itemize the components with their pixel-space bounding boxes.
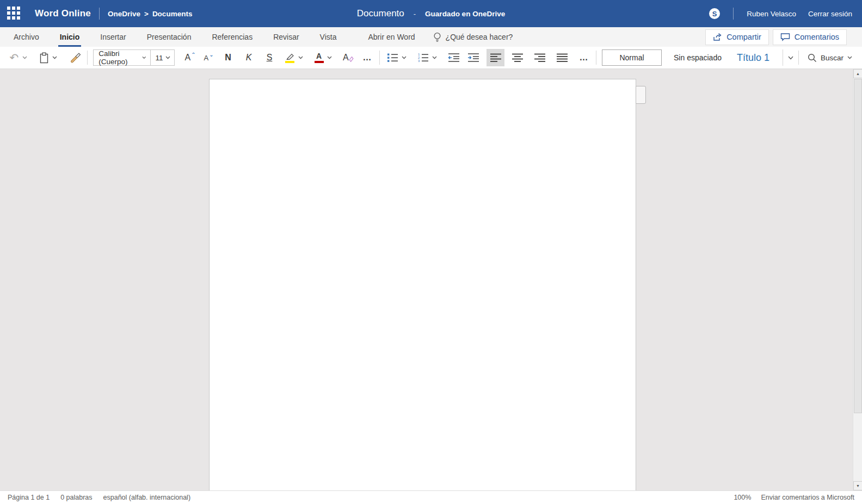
svg-text:3: 3 [418, 59, 420, 63]
highlight-button[interactable] [282, 49, 297, 66]
vertical-scrollbar[interactable]: ▲ ▼ [853, 69, 862, 490]
tab-revisar[interactable]: Revisar [272, 27, 300, 47]
search-icon [808, 53, 817, 63]
italic-icon: K [246, 53, 252, 62]
grow-font-icon: A [184, 53, 190, 62]
share-button[interactable]: Compartir [705, 29, 769, 45]
grow-font-button[interactable]: A ⌃ [183, 49, 196, 66]
document-title[interactable]: Documento [357, 8, 404, 19]
topbar-divider [99, 8, 100, 20]
undo-button[interactable]: ↶ [8, 49, 21, 66]
numbered-list-icon: 123 [417, 53, 429, 63]
styles-dropdown-chevron[interactable] [783, 49, 798, 66]
scrollbar-thumb[interactable] [854, 79, 862, 413]
format-painter-icon [69, 52, 81, 63]
comments-label: Comentarios [795, 33, 839, 41]
tab-vista[interactable]: Vista [318, 27, 338, 47]
scroll-up-button[interactable]: ▲ [853, 69, 862, 78]
align-center-button[interactable] [509, 49, 527, 66]
decrease-indent-button[interactable] [447, 49, 460, 66]
comment-icon [780, 33, 790, 41]
font-name-select[interactable]: Calibri (Cuerpo) [93, 49, 150, 66]
document-title-area: Documento - Guardado en OneDrive [357, 8, 505, 19]
style-no-spacing[interactable]: Sin espaciado [662, 53, 734, 62]
status-bar: Página 1 de 1 0 palabras español (alfab.… [0, 490, 862, 504]
font-size-select[interactable]: 11 [151, 49, 175, 66]
ellipsis-icon: … [580, 53, 589, 63]
page-count-status[interactable]: Página 1 de 1 [8, 494, 50, 501]
more-paragraph-options-button[interactable]: … [577, 49, 590, 66]
toolbar-divider [596, 51, 596, 65]
clipboard-icon [39, 52, 49, 64]
more-font-options-button[interactable]: … [361, 49, 374, 66]
skype-icon[interactable]: S [709, 8, 720, 19]
paste-button[interactable] [38, 49, 51, 66]
formatting-toolbar: ↶ Calibri (Cuerpo) [0, 47, 862, 69]
toolbar-divider [87, 51, 88, 65]
increase-indent-button[interactable] [467, 49, 480, 66]
bullet-list-dropdown-chevron[interactable] [402, 56, 407, 59]
bullet-list-button[interactable] [385, 49, 400, 66]
align-center-icon [512, 53, 524, 63]
comments-button[interactable]: Comentarios [773, 29, 847, 45]
underline-button[interactable]: S [263, 49, 276, 66]
tab-insertar[interactable]: Insertar [98, 27, 127, 47]
clear-formatting-icon: A [343, 53, 349, 62]
numbered-list-dropdown-chevron[interactable] [432, 56, 437, 59]
style-normal[interactable]: Normal [602, 49, 662, 66]
feedback-link[interactable]: Enviar comentarios a Microsoft [761, 494, 854, 501]
tab-presentacion[interactable]: Presentación [145, 27, 193, 47]
find-button[interactable]: Buscar [808, 53, 854, 63]
save-status: Guardado en OneDrive [425, 10, 505, 18]
bold-button[interactable]: N [221, 49, 235, 66]
tab-referencias[interactable]: Referencias [210, 27, 254, 47]
user-name[interactable]: Ruben Velasco [747, 10, 796, 18]
shrink-font-button[interactable]: A ⌄ [202, 49, 215, 66]
app-title: Word Online [35, 8, 91, 19]
justify-icon [556, 53, 568, 63]
ellipsis-icon: … [363, 53, 372, 63]
style-heading-1[interactable]: Título 1 [734, 52, 783, 64]
share-label: Compartir [726, 33, 761, 41]
ribbon-tab-row: Archivo Inicio Insertar Presentación Ref… [0, 27, 862, 47]
tab-archivo[interactable]: Archivo [12, 27, 41, 47]
highlighter-icon [284, 53, 295, 63]
italic-button[interactable]: K [242, 49, 255, 66]
justify-button[interactable] [553, 49, 571, 66]
numbered-list-button[interactable]: 123 [416, 49, 430, 66]
top-app-bar: Word Online OneDrive > Documents Documen… [0, 0, 862, 27]
clear-formatting-button[interactable]: A [341, 49, 354, 66]
page-comment-flap[interactable] [636, 86, 646, 104]
document-canvas-area: ▲ ▼ [0, 69, 862, 490]
font-color-dropdown-chevron[interactable] [327, 56, 332, 59]
breadcrumb-onedrive[interactable]: OneDrive [108, 10, 140, 18]
breadcrumb-documents[interactable]: Documents [152, 10, 193, 18]
open-in-word-button[interactable]: Abrir en Word [366, 27, 416, 47]
document-page[interactable] [209, 79, 636, 490]
zoom-level[interactable]: 100% [734, 494, 751, 501]
align-right-button[interactable] [531, 49, 549, 66]
paste-dropdown-chevron[interactable] [52, 56, 57, 59]
tab-inicio[interactable]: Inicio [58, 27, 82, 47]
tell-me-box[interactable]: ¿Qué desea hacer? [433, 27, 513, 47]
highlight-dropdown-chevron[interactable] [298, 56, 303, 59]
chevron-down-icon [165, 56, 170, 59]
align-left-button[interactable] [487, 49, 504, 66]
sign-out-link[interactable]: Cerrar sesión [808, 10, 852, 18]
word-count-status[interactable]: 0 palabras [60, 494, 92, 501]
find-dropdown-chevron [847, 56, 852, 59]
underline-icon: S [267, 53, 273, 62]
font-color-button[interactable]: A [312, 49, 325, 66]
language-status[interactable]: español (alfab. internacional) [103, 494, 191, 501]
undo-dropdown-chevron[interactable] [22, 56, 27, 59]
app-launcher-icon[interactable] [7, 7, 21, 21]
scroll-down-button[interactable]: ▼ [853, 481, 862, 490]
title-separator: - [414, 10, 416, 18]
toolbar-divider [379, 51, 380, 65]
breadcrumb: OneDrive > Documents [108, 10, 192, 18]
lightbulb-icon [433, 32, 441, 42]
caret-down-icon: ⌄ [209, 52, 213, 58]
format-painter-button[interactable] [69, 49, 82, 66]
bullet-list-icon [387, 53, 398, 63]
styles-gallery: Normal Sin espaciado Título 1 Buscar [590, 49, 854, 66]
